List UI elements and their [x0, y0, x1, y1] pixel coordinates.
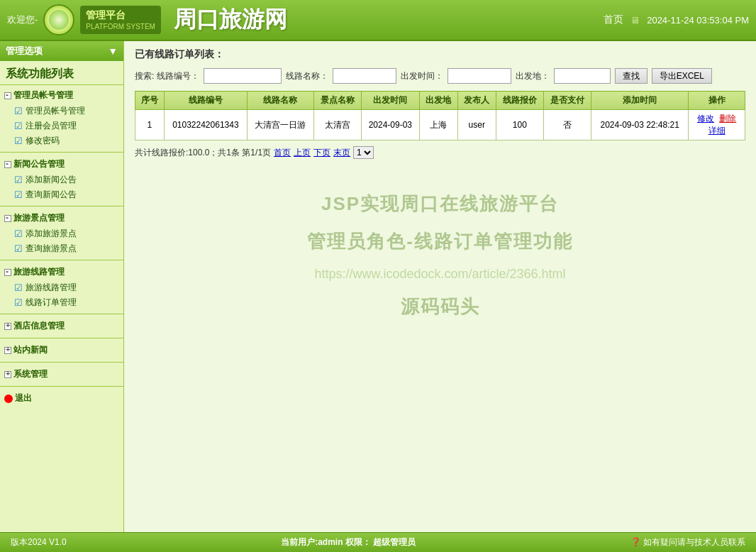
help-text: ❓ 如有疑问请与技术人员联系 — [630, 536, 745, 548]
sidebar: 管理选项 ▼ 系统功能列表 管理员帐号管理 ☑管理员帐号管理 ☑注册会员管理 ☑… — [0, 41, 124, 532]
sidebar-section-inner-news-header[interactable]: 站内新闻 — [0, 342, 123, 358]
sidebar-item-query-scenic[interactable]: ☑查询旅游景点 — [0, 241, 123, 256]
sidebar-item-query-news[interactable]: ☑查询新闻公告 — [0, 187, 123, 202]
route-name-input[interactable] — [333, 68, 396, 84]
detail-link[interactable]: 详细 — [708, 126, 726, 136]
watermark-area: JSP实现周口在线旅游平台 管理员角色-线路订单管理功能 https://www… — [135, 165, 745, 346]
sidebar-item-route-manage[interactable]: ☑旅游线路管理 — [0, 280, 123, 295]
check-icon: ☑ — [14, 228, 23, 239]
check-icon: ☑ — [14, 106, 23, 116]
col-action: 操作 — [689, 92, 745, 110]
expand-icon — [4, 371, 11, 378]
next-page-link[interactable]: 下页 — [313, 147, 330, 159]
sidebar-menu-header[interactable]: 管理选项 ▼ — [0, 41, 123, 61]
orders-table: 序号 线路编号 线路名称 景点名称 出发时间 出发地 发布人 线路报价 是否支付… — [135, 91, 745, 140]
collapse-icon — [4, 161, 11, 168]
sidebar-menu-label: 管理选项 — [6, 45, 43, 57]
table-header: 序号 线路编号 线路名称 景点名称 出发时间 出发地 发布人 线路报价 是否支付… — [135, 92, 745, 110]
sidebar-item-add-news[interactable]: ☑添加新闻公告 — [0, 172, 123, 187]
cell-depart-place: 上海 — [419, 110, 457, 140]
sidebar-section-scenic-header[interactable]: 旅游景点管理 — [0, 210, 123, 226]
watermark-2: 管理员角色-线路订单管理功能 — [135, 229, 745, 254]
header-right: 首页 🖥 2024-11-24 03:53:04 PM — [604, 13, 749, 26]
prev-page-link[interactable]: 上页 — [294, 147, 311, 159]
logo-icon — [43, 4, 74, 35]
sidebar-section-inner-news: 站内新闻 — [0, 340, 123, 360]
sidebar-item-admin-account[interactable]: ☑管理员帐号管理 — [0, 104, 123, 118]
sidebar-item-register-member[interactable]: ☑注册会员管理 — [0, 118, 123, 133]
sidebar-section-route-header[interactable]: 旅游线路管理 — [0, 264, 123, 280]
sidebar-section-admin-header[interactable]: 管理员帐号管理 — [0, 87, 123, 104]
content-inner: 已有线路订单列表： 搜索: 线路编号： 线路名称： 出发时间： 出发地： 查找 … — [124, 41, 756, 532]
depart-time-input[interactable] — [448, 68, 511, 84]
sidebar-system-title: 系统功能列表 — [0, 61, 123, 85]
depart-place-input[interactable] — [554, 68, 611, 84]
main-layout: 管理选项 ▼ 系统功能列表 管理员帐号管理 ☑管理员帐号管理 ☑注册会员管理 ☑… — [0, 41, 756, 532]
check-icon: ☑ — [14, 189, 23, 200]
table-row: 1 01032242061343 大清宫一日游 太清宫 2024-09-03 上… — [135, 110, 745, 140]
col-route-no: 线路编号 — [164, 92, 247, 110]
sidebar-section-news-header[interactable]: 新闻公告管理 — [0, 156, 123, 172]
sidebar-section-system: 系统管理 — [0, 364, 123, 385]
sidebar-item-add-scenic[interactable]: ☑添加旅游景点 — [0, 226, 123, 241]
col-price: 线路报价 — [496, 92, 543, 110]
search-button[interactable]: 查找 — [615, 68, 647, 84]
collapse-icon — [4, 92, 11, 99]
check-icon: ☑ — [14, 297, 23, 308]
user-role: 超级管理员 — [373, 537, 416, 547]
sidebar-section-admin: 管理员帐号管理 ☑管理员帐号管理 ☑注册会员管理 ☑修改密码 — [0, 85, 123, 150]
col-depart-place: 出发地 — [419, 92, 457, 110]
col-paid: 是否支付 — [543, 92, 591, 110]
sidebar-item-change-password[interactable]: ☑修改密码 — [0, 133, 123, 148]
check-icon: ☑ — [14, 136, 23, 146]
check-icon: ☑ — [14, 121, 23, 131]
current-user-label: 当前用户:admin 权限： — [281, 537, 371, 547]
check-icon: ☑ — [14, 175, 23, 185]
collapse-icon — [4, 215, 11, 222]
depart-place-label: 出发地： — [516, 70, 550, 82]
route-no-input[interactable] — [204, 68, 282, 84]
sidebar-section-route: 旅游线路管理 ☑旅游线路管理 ☑线路订单管理 — [0, 262, 123, 312]
expand-icon — [4, 323, 11, 330]
sidebar-section-hotel-header[interactable]: 酒店信息管理 — [0, 318, 123, 334]
logout-label: 退出 — [15, 392, 32, 404]
watermark-1: JSP实现周口在线旅游平台 — [135, 192, 745, 216]
first-page-link[interactable]: 首页 — [274, 147, 291, 159]
datetime: 2024-11-24 03:53:04 PM — [647, 15, 749, 26]
sidebar-section-system-header[interactable]: 系统管理 — [0, 366, 123, 382]
table-body: 1 01032242061343 大清宫一日游 太清宫 2024-09-03 上… — [135, 110, 745, 140]
cell-add-time: 2024-09-03 22:48:21 — [591, 110, 689, 140]
cell-route-name: 大清宫一日游 — [248, 110, 314, 140]
export-button[interactable]: 导出EXCEL — [652, 68, 712, 84]
pagination-summary: 共计线路报价:100.0；共1条 第1/1页 — [135, 147, 271, 159]
col-seq: 序号 — [135, 92, 165, 110]
cell-publisher: user — [457, 110, 496, 140]
sidebar-section-news: 新闻公告管理 ☑添加新闻公告 ☑查询新闻公告 — [0, 154, 123, 204]
page-select[interactable]: 1 — [353, 146, 374, 159]
check-icon: ☑ — [14, 243, 23, 254]
sidebar-section-hotel: 酒店信息管理 — [0, 316, 123, 336]
sidebar-arrow-icon: ▼ — [108, 45, 118, 57]
route-name-label: 线路名称： — [286, 70, 328, 82]
cell-seq: 1 — [135, 110, 165, 140]
logo-inner — [49, 10, 69, 30]
page-title: 已有线路订单列表： — [135, 48, 745, 61]
delete-link[interactable]: 删除 — [719, 114, 736, 123]
logout-icon — [4, 394, 13, 403]
expand-icon — [4, 347, 11, 354]
search-bar: 搜索: 线路编号： 线路名称： 出发时间： 出发地： 查找 导出EXCEL — [135, 68, 745, 84]
cell-spot-name: 太清宫 — [313, 110, 361, 140]
cell-route-no: 01032242061343 — [164, 110, 247, 140]
welcome-text: 欢迎您- — [7, 13, 38, 26]
last-page-link[interactable]: 末页 — [333, 147, 350, 159]
check-icon: ☑ — [14, 282, 23, 293]
edit-link[interactable]: 修改 — [697, 114, 714, 123]
table-header-row: 序号 线路编号 线路名称 景点名称 出发时间 出发地 发布人 线路报价 是否支付… — [135, 92, 745, 110]
pagination: 共计线路报价:100.0；共1条 第1/1页 首页 上页 下页 末页 1 — [135, 146, 745, 159]
col-spot-name: 景点名称 — [313, 92, 361, 110]
col-publisher: 发布人 — [457, 92, 496, 110]
sidebar-logout-header[interactable]: 退出 — [0, 390, 123, 407]
home-link[interactable]: 首页 — [604, 13, 623, 26]
sidebar-item-order-manage[interactable]: ☑线路订单管理 — [0, 295, 123, 310]
collapse-icon — [4, 269, 11, 276]
